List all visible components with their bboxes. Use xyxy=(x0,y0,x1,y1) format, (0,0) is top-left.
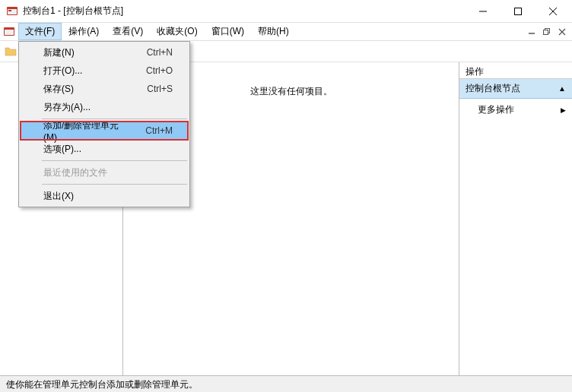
menu-save-label: 保存(S) xyxy=(43,83,132,96)
mdi-minimize-button[interactable] xyxy=(525,26,539,38)
menu-window[interactable]: 窗口(W) xyxy=(205,23,251,40)
minimize-button[interactable] xyxy=(466,0,500,23)
window-title: 控制台1 - [控制台根节点] xyxy=(23,5,466,17)
empty-message: 这里没有任何项目。 xyxy=(250,85,332,98)
menu-saveas-label: 另存为(A)... xyxy=(43,101,157,114)
menu-favorites[interactable]: 收藏夹(O) xyxy=(150,23,204,40)
dropdown-separator xyxy=(42,160,187,161)
svg-rect-11 xyxy=(544,30,548,34)
menubar: 文件(F) 操作(A) 查看(V) 收藏夹(O) 窗口(W) 帮助(H) xyxy=(0,23,572,41)
menu-saveas[interactable]: 另存为(A)... xyxy=(21,98,188,116)
menu-file-label: 文件(F) xyxy=(25,25,55,38)
menu-favorites-label: 收藏夹(O) xyxy=(157,25,197,38)
menu-add-remove-snapin-shortcut: Ctrl+M xyxy=(145,125,173,136)
actions-more-label: 更多操作 xyxy=(478,103,514,116)
svg-rect-2 xyxy=(8,10,11,11)
menu-new-shortcut: Ctrl+N xyxy=(147,47,173,58)
folder-icon[interactable] xyxy=(5,46,17,58)
menu-exit-label: 退出(X) xyxy=(43,190,173,203)
dropdown-separator xyxy=(42,184,187,185)
maximize-button[interactable] xyxy=(500,0,535,23)
menu-action-label: 操作(A) xyxy=(68,25,99,38)
mdi-restore-button[interactable] xyxy=(540,26,554,38)
submenu-arrow-icon: ▶ xyxy=(561,106,566,114)
file-dropdown: 新建(N) Ctrl+N 打开(O)... Ctrl+O 保存(S) Ctrl+… xyxy=(18,41,190,207)
menu-new[interactable]: 新建(N) Ctrl+N xyxy=(21,43,188,62)
menu-open[interactable]: 打开(O)... Ctrl+O xyxy=(21,62,188,80)
mdi-close-button[interactable] xyxy=(555,26,569,38)
menu-add-remove-snapin-label: 添加/删除管理单元(M)... xyxy=(43,119,130,143)
actions-more[interactable]: 更多操作 ▶ xyxy=(459,99,572,121)
menu-window-label: 窗口(W) xyxy=(211,25,244,38)
menu-recent-files: 最近使用的文件 xyxy=(21,163,188,182)
statusbar: 使你能在管理单元控制台添加或删除管理单元。 xyxy=(0,375,572,392)
menu-action[interactable]: 操作(A) xyxy=(62,23,106,40)
collapse-arrow-icon: ▲ xyxy=(558,84,566,93)
app-icon xyxy=(6,5,18,17)
menu-view-label: 查看(V) xyxy=(113,25,143,38)
menu-recent-files-label: 最近使用的文件 xyxy=(43,166,173,179)
menu-help-label: 帮助(H) xyxy=(258,25,289,38)
svg-rect-4 xyxy=(515,8,522,14)
svg-rect-8 xyxy=(5,30,14,35)
actions-pane: 操作 控制台根节点 ▲ 更多操作 ▶ xyxy=(459,62,572,375)
document-icon xyxy=(3,26,15,38)
menu-save[interactable]: 保存(S) Ctrl+S xyxy=(21,80,188,98)
menu-open-shortcut: Ctrl+O xyxy=(146,65,173,76)
actions-section[interactable]: 控制台根节点 ▲ xyxy=(459,79,572,99)
menu-options-label: 选项(P)... xyxy=(43,143,157,156)
menu-view[interactable]: 查看(V) xyxy=(106,23,150,40)
actions-section-label: 控制台根节点 xyxy=(466,82,520,95)
titlebar: 控制台1 - [控制台根节点] xyxy=(0,0,572,23)
close-button[interactable] xyxy=(535,0,570,23)
menu-new-label: 新建(N) xyxy=(43,46,132,59)
window-controls xyxy=(466,0,570,23)
mdi-controls xyxy=(525,23,572,40)
menu-add-remove-snapin[interactable]: 添加/删除管理单元(M)... Ctrl+M xyxy=(21,122,188,140)
menu-file[interactable]: 文件(F) xyxy=(18,23,62,40)
menu-help[interactable]: 帮助(H) xyxy=(251,23,296,40)
status-text: 使你能在管理单元控制台添加或删除管理单元。 xyxy=(6,379,198,390)
menu-exit[interactable]: 退出(X) xyxy=(21,187,188,205)
menu-save-shortcut: Ctrl+S xyxy=(147,84,173,94)
menu-open-label: 打开(O)... xyxy=(43,65,131,77)
actions-header: 操作 xyxy=(459,62,572,79)
menu-options[interactable]: 选项(P)... xyxy=(21,140,188,158)
